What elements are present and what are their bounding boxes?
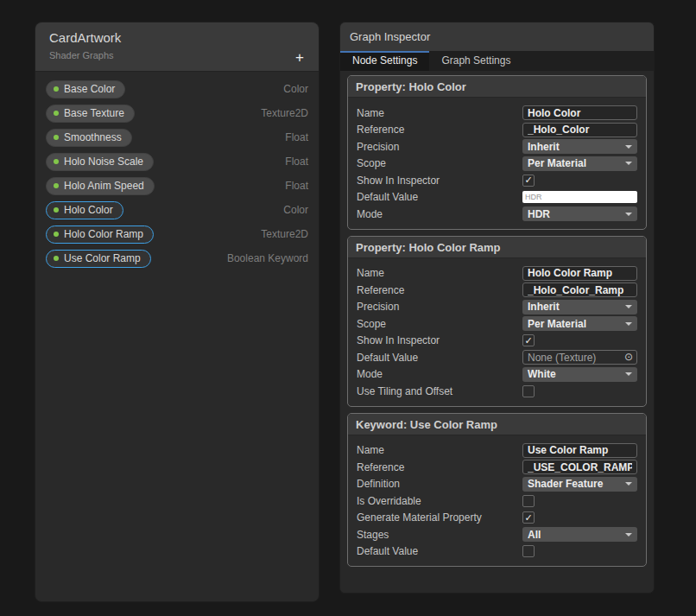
row-label: Default Value (357, 545, 522, 557)
blackboard-row: Holo Noise ScaleFloat (35, 149, 319, 174)
row-label: Reference (357, 461, 522, 473)
checkmark-icon: ✓ (524, 175, 532, 185)
property-pill-holo-color-ramp[interactable]: Holo Color Ramp (46, 225, 154, 244)
show-in-inspector-checkbox[interactable]: ✓ (522, 334, 535, 346)
property-pill-use-color-ramp[interactable]: Use Color Ramp (46, 250, 151, 268)
add-property-button[interactable]: + (291, 49, 308, 67)
reference-input[interactable] (522, 460, 637, 474)
precision-dropdown[interactable]: Inherit (522, 139, 637, 154)
row-control: ✓ (522, 175, 637, 187)
dropdown-value: Per Material (528, 318, 586, 330)
default-value-checkbox[interactable] (522, 545, 535, 557)
settings-row: ScopePer Material (357, 315, 637, 333)
definition-dropdown[interactable]: Shader Feature (522, 477, 637, 492)
property-type-label: Float (285, 180, 308, 192)
section-body: NameReferenceDefinitionShader FeatureIs … (348, 435, 646, 567)
settings-row: Name (357, 105, 637, 122)
settings-row: Default ValueHDR (357, 189, 637, 206)
section-body: NameReferencePrecisionInheritScopePer Ma… (348, 98, 646, 229)
property-pill-label: Smoothness (64, 131, 122, 143)
property-pill-holo-color[interactable]: Holo Color (46, 201, 123, 219)
mode-dropdown[interactable]: White (522, 367, 637, 382)
property-pill-base-color[interactable]: Base Color (46, 80, 125, 98)
property-pill-label: Holo Color (64, 204, 113, 216)
row-control (522, 545, 637, 557)
hdr-badge: HDR (525, 191, 542, 203)
object-field-value: None (Texture) (523, 352, 623, 364)
inspector-section-property-holo-color: Property: Holo ColorNameReferencePrecisi… (347, 75, 647, 230)
reference-input[interactable] (522, 123, 637, 137)
object-picker-icon[interactable]: ⊙ (623, 351, 636, 364)
blackboard-header[interactable]: CardArtwork Shader Graphs + (35, 22, 319, 72)
precision-dropdown[interactable]: Inherit (522, 300, 637, 314)
generate-material-property-checkbox[interactable]: ✓ (522, 511, 535, 524)
row-control: Shader Feature (522, 477, 637, 492)
property-pill-holo-anim-speed[interactable]: Holo Anim Speed (46, 177, 155, 195)
row-label: Default Value (357, 352, 522, 364)
settings-row: StagesAll (357, 526, 637, 543)
property-dot-icon (54, 86, 59, 92)
default-value-object-field[interactable]: None (Texture)⊙ (522, 350, 637, 365)
inspector-tab-bar: Node Settings Graph Settings (340, 51, 654, 71)
graph-inspector-panel: Graph Inspector Node Settings Graph Sett… (339, 22, 655, 594)
row-label: Precision (357, 141, 522, 153)
section-title: Property: Holo Color Ramp (356, 241, 501, 254)
tab-graph-settings[interactable]: Graph Settings (429, 51, 522, 71)
property-pill-holo-noise-scale[interactable]: Holo Noise Scale (46, 153, 154, 171)
settings-row: Reference (357, 122, 637, 139)
row-label: Default Value (357, 191, 522, 203)
property-type-label: Boolean Keyword (227, 252, 308, 264)
show-in-inspector-checkbox[interactable]: ✓ (522, 175, 535, 187)
settings-row: Default Value (357, 543, 637, 561)
property-type-label: Texture2D (261, 228, 308, 240)
graph-inspector-header[interactable]: Graph Inspector (340, 22, 654, 51)
is-overridable-checkbox[interactable] (522, 495, 535, 507)
settings-row: Show In Inspector✓ (357, 333, 637, 350)
scope-dropdown[interactable]: Per Material (522, 156, 637, 171)
property-dot-icon (54, 207, 59, 213)
row-control: ✓ (522, 511, 637, 524)
chevron-down-icon (625, 322, 632, 326)
property-pill-smoothness[interactable]: Smoothness (46, 129, 132, 147)
settings-row: Name (357, 442, 637, 460)
property-type-label: Color (283, 204, 308, 216)
row-control: None (Texture)⊙ (522, 350, 637, 365)
default-value-color-swatch[interactable]: HDR (522, 191, 637, 203)
reference-input[interactable] (522, 283, 637, 297)
settings-row: Use Tiling and Offset (357, 383, 637, 400)
row-label: Is Overridable (357, 495, 522, 507)
name-input[interactable] (522, 105, 637, 120)
dropdown-value: Shader Feature (528, 478, 603, 490)
row-control: All (522, 527, 637, 542)
row-control: ✓ (522, 334, 637, 346)
use-tiling-and-offset-checkbox[interactable] (522, 385, 535, 397)
row-label: Show In Inspector (357, 175, 522, 187)
property-type-label: Float (285, 131, 308, 143)
tab-node-settings[interactable]: Node Settings (340, 51, 429, 71)
chevron-down-icon (625, 162, 632, 165)
blackboard-title: CardArtwork (49, 30, 305, 45)
inspector-content: Property: Holo ColorNameReferencePrecisi… (340, 71, 654, 567)
row-label: Use Tiling and Offset (357, 385, 522, 397)
property-type-label: Texture2D (261, 107, 308, 119)
name-input[interactable] (522, 266, 637, 281)
stages-dropdown[interactable]: All (522, 527, 637, 542)
graph-canvas[interactable]: { "colors": { "selection_blue": "#3ea0e5… (0, 0, 696, 616)
chevron-down-icon (625, 482, 632, 486)
row-control (522, 385, 637, 397)
row-label: Precision (357, 301, 522, 313)
row-control: HDR (522, 206, 637, 221)
settings-row: DefinitionShader Feature (357, 476, 637, 493)
row-control: HDR (522, 191, 637, 203)
property-pill-label: Base Texture (64, 107, 124, 119)
blackboard-row: SmoothnessFloat (35, 125, 319, 149)
property-pill-label: Holo Color Ramp (64, 228, 143, 240)
row-control: Inherit (522, 300, 637, 314)
property-pill-label: Use Color Ramp (64, 252, 141, 264)
mode-dropdown[interactable]: HDR (522, 206, 637, 221)
inspector-section-keyword-use-color-ramp: Keyword: Use Color RampNameReferenceDefi… (347, 413, 647, 568)
scope-dropdown[interactable]: Per Material (522, 316, 637, 331)
name-input[interactable] (522, 443, 637, 458)
property-pill-base-texture[interactable]: Base Texture (46, 105, 135, 123)
settings-row: Reference (357, 282, 637, 299)
